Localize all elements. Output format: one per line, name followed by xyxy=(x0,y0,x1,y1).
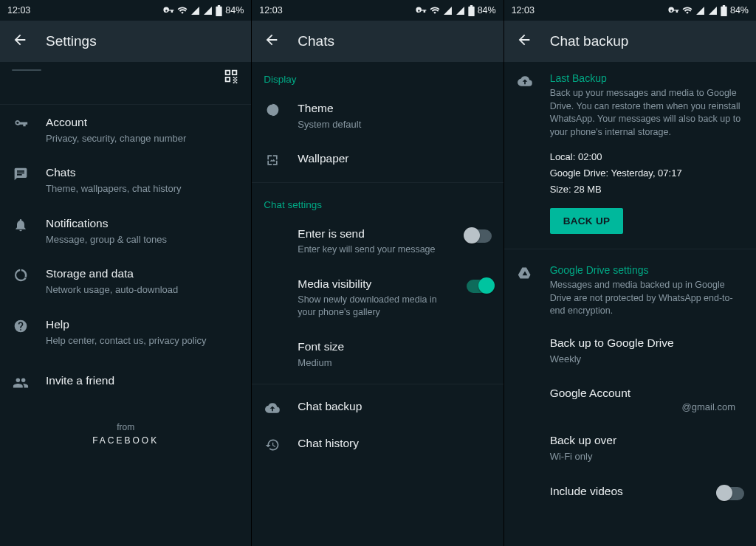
item-sub: Medium xyxy=(298,356,487,370)
item-title: Invite a friend xyxy=(46,373,239,389)
item-title: Google Account xyxy=(550,386,740,401)
item-sub: Help center, contact us, privacy policy xyxy=(46,334,239,348)
include-videos[interactable]: Include videos xyxy=(504,474,756,511)
item-title: Chat backup xyxy=(298,399,491,415)
last-backup-desc: Back up your messages and media to Googl… xyxy=(550,87,744,139)
item-title: Account xyxy=(46,115,239,131)
battery-pct: 84% xyxy=(478,5,496,15)
chats-item-theme[interactable]: Theme System default xyxy=(252,91,503,141)
settings-item-account[interactable]: Account Privacy, security, change number xyxy=(0,105,251,155)
backup-frequency[interactable]: Back up to Google Drive Weekly xyxy=(504,328,756,376)
status-right: 84% xyxy=(163,5,244,16)
chats-item-chat-backup[interactable]: Chat backup xyxy=(252,389,503,426)
item-sub: Privacy, security, change number xyxy=(46,132,239,145)
settings-pane: 12:03 84% Settings Account Privacy, secu… xyxy=(0,0,252,546)
item-title: Notifications xyxy=(46,216,239,232)
item-title: Enter is send xyxy=(298,227,445,242)
status-bar: 12:03 84% xyxy=(504,0,756,21)
qr-code-button[interactable] xyxy=(223,68,239,87)
cloud-upload-icon xyxy=(264,401,281,415)
account-value: @gmail.com xyxy=(550,401,740,412)
qr-code-icon xyxy=(223,68,239,84)
item-title: Wallpaper xyxy=(298,151,491,167)
footer-brand: FACEBOOK xyxy=(0,435,251,446)
item-title: Storage and data xyxy=(46,266,239,282)
item-sub: System default xyxy=(298,118,491,131)
wifi-icon xyxy=(177,5,188,15)
page-title: Settings xyxy=(46,33,97,49)
backup-over[interactable]: Back up over Wi-Fi only xyxy=(504,423,756,473)
footer: from FACEBOOK xyxy=(0,401,251,446)
item-sub: Show newly downloaded media in your phon… xyxy=(298,294,445,319)
battery-pct: 84% xyxy=(730,5,749,15)
battery-icon xyxy=(216,5,222,16)
vpn-key-icon xyxy=(163,5,174,16)
status-bar: 12:03 84% xyxy=(0,0,251,21)
app-bar: Chat backup xyxy=(504,21,756,62)
help-icon xyxy=(12,319,30,334)
key-icon xyxy=(12,117,30,131)
settings-item-chats[interactable]: Chats Theme, wallpapers, chat history xyxy=(0,155,251,205)
footer-from: from xyxy=(0,422,251,432)
chats-item-media-visibility[interactable]: Media visibility Show newly downloaded m… xyxy=(252,266,503,329)
back-button[interactable] xyxy=(264,32,280,51)
chats-item-chat-history[interactable]: Chat history xyxy=(252,426,503,463)
item-title: Chats xyxy=(46,165,239,181)
avatar xyxy=(12,69,41,71)
signal-icon xyxy=(695,6,705,15)
settings-item-storage[interactable]: Storage and data Network usage, auto-dow… xyxy=(0,256,251,306)
item-title: Back up to Google Drive xyxy=(550,336,740,351)
google-drive-icon xyxy=(516,266,534,280)
signal-icon-2 xyxy=(203,6,213,15)
chats-item-wallpaper[interactable]: Wallpaper xyxy=(252,141,503,178)
theme-icon xyxy=(264,103,281,117)
page-title: Chats xyxy=(298,33,334,49)
item-title: Back up over xyxy=(550,433,740,449)
chats-item-font-size[interactable]: Font size Medium xyxy=(252,329,503,379)
wallpaper-icon xyxy=(264,153,281,167)
backup-button[interactable]: BACK UP xyxy=(550,208,624,234)
item-title: Help xyxy=(46,317,239,333)
media-visibility-toggle[interactable] xyxy=(467,280,492,293)
app-bar: Settings xyxy=(0,21,251,62)
backup-details: Local: 02:00 Google Drive: Yesterday, 07… xyxy=(550,149,744,198)
status-time: 12:03 xyxy=(259,5,282,15)
google-account[interactable]: Google Account @gmail.com xyxy=(504,376,756,423)
status-time: 12:03 xyxy=(7,5,30,15)
status-time: 12:03 xyxy=(512,5,535,15)
item-title: Theme xyxy=(298,101,491,117)
vpn-key-icon xyxy=(668,5,679,16)
item-sub: Message, group & call tones xyxy=(46,233,239,246)
people-icon xyxy=(12,375,30,391)
gdrive-title: Google Drive settings xyxy=(550,264,744,276)
battery-icon xyxy=(721,5,727,16)
cloud-upload-icon xyxy=(516,74,534,89)
back-button[interactable] xyxy=(516,32,532,51)
arrow-back-icon xyxy=(264,32,280,48)
status-right: 84% xyxy=(668,5,749,16)
item-title: Chat history xyxy=(298,436,491,452)
section-display: Display xyxy=(252,62,503,91)
item-sub: Enter key will send your message xyxy=(298,243,445,256)
wifi-icon xyxy=(682,5,693,15)
item-title: Include videos xyxy=(550,484,698,500)
settings-item-help[interactable]: Help Help center, contact us, privacy po… xyxy=(0,307,251,357)
enter-is-send-toggle[interactable] xyxy=(467,229,492,243)
wifi-icon xyxy=(430,5,440,15)
signal-icon-2 xyxy=(708,6,718,15)
signal-icon xyxy=(443,6,453,15)
include-videos-toggle[interactable] xyxy=(719,487,744,500)
item-sub: Theme, wallpapers, chat history xyxy=(46,182,239,196)
settings-item-invite[interactable]: Invite a friend xyxy=(0,357,251,401)
svg-rect-2 xyxy=(721,8,726,15)
history-icon xyxy=(264,438,281,452)
settings-item-notifications[interactable]: Notifications Message, group & call tone… xyxy=(0,206,251,256)
last-backup-block: Last Backup Back up your messages and me… xyxy=(504,62,756,244)
backup-size: Size: 28 MB xyxy=(550,182,744,198)
data-usage-icon xyxy=(12,268,30,283)
back-button[interactable] xyxy=(12,32,28,51)
item-sub: Wi-Fi only xyxy=(550,450,740,463)
chats-item-enter-is-send[interactable]: Enter is send Enter key will send your m… xyxy=(252,216,503,266)
profile-header[interactable] xyxy=(0,62,251,105)
divider xyxy=(252,384,503,384)
